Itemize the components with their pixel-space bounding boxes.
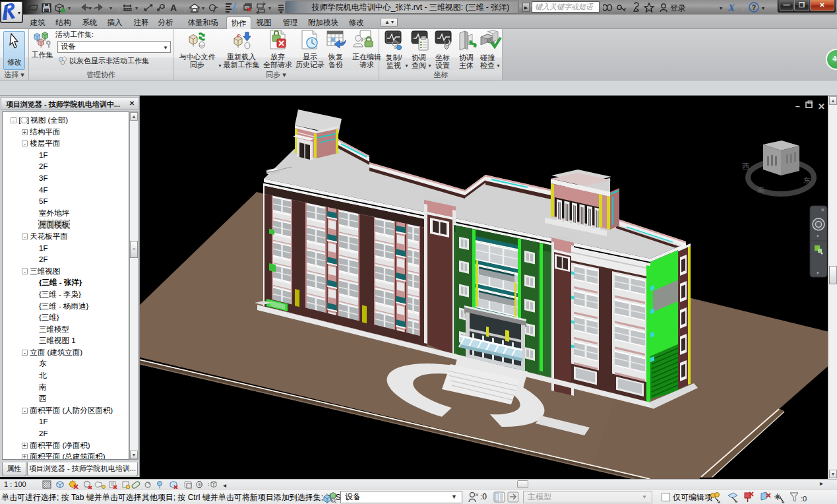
svg-text:▾: ▾ — [202, 5, 204, 11]
svg-text:西: 西 — [742, 162, 749, 170]
svg-text:▾: ▾ — [817, 234, 819, 238]
svg-text:?: ? — [752, 4, 756, 11]
svg-text:▾: ▾ — [268, 5, 271, 11]
svg-text:▾: ▾ — [68, 5, 71, 11]
svg-text:–: – — [795, 102, 800, 111]
svg-text:▾: ▾ — [109, 5, 112, 11]
svg-text:南: 南 — [757, 186, 764, 194]
svg-text:登录: 登录 — [670, 3, 686, 13]
svg-text:✕: ✕ — [818, 102, 825, 111]
svg-text:A: A — [170, 3, 177, 13]
svg-text:▾: ▾ — [89, 5, 92, 11]
svg-text:✕: ✕ — [821, 207, 825, 213]
svg-text:X: X — [728, 3, 735, 13]
svg-text::0: :0 — [801, 495, 807, 503]
svg-text:▾: ▾ — [817, 270, 819, 275]
svg-text:▾: ▾ — [135, 5, 138, 11]
svg-text:◂: ◂ — [223, 482, 226, 489]
svg-text:东: 东 — [803, 176, 811, 184]
svg-text:▾: ▾ — [720, 5, 722, 11]
svg-text:▾: ▾ — [762, 5, 764, 11]
